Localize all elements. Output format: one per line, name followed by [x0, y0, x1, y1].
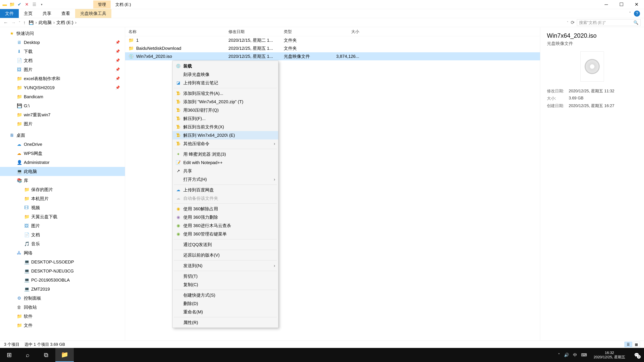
view-icons-button[interactable]: ▦: [632, 342, 640, 347]
ctx-cut[interactable]: 剪切(T): [172, 272, 278, 280]
ctx-extract-here[interactable]: 🗜解压到当前文件夹(X): [172, 123, 278, 131]
back-button[interactable]: ←: [3, 20, 8, 25]
ribbon-view[interactable]: 查看: [56, 9, 75, 18]
ctx-qq-send[interactable]: 通过QQ发送到: [172, 240, 278, 249]
chevron-down-icon[interactable]: ˅: [11, 133, 12, 137]
ctx-360-trojan[interactable]: ◉使用 360进行木马云查杀: [172, 221, 278, 230]
nav-yunqishi[interactable]: 📁YUNQISHI2019📌: [0, 83, 125, 92]
tab-manage[interactable]: 管理: [93, 0, 111, 8]
ime-indicator[interactable]: 中: [573, 352, 577, 358]
help-icon[interactable]: ?: [634, 10, 640, 16]
nav-saved-pics[interactable]: 📁保存的图片: [0, 185, 125, 194]
chevron-right-icon[interactable]: ›: [36, 20, 37, 25]
nav-pc1[interactable]: 💻DESKTOP-LSSOEDP: [0, 257, 125, 267]
check-icon[interactable]: ✔: [17, 2, 22, 7]
col-size[interactable]: 大小: [327, 29, 362, 34]
refresh-button[interactable]: ⟳: [571, 20, 574, 25]
task-view-button[interactable]: ⧉: [37, 348, 55, 362]
nav-recycle[interactable]: 🗑回收站: [0, 303, 125, 312]
ctx-copy[interactable]: 复制(C): [172, 280, 278, 289]
recent-dropdown[interactable]: ˅: [19, 21, 20, 24]
ctx-extract-to[interactable]: 🗜解压到(F)...: [172, 114, 278, 123]
ctx-360-rclick[interactable]: ◉使用 360管理右键菜单: [172, 230, 278, 238]
col-type[interactable]: 类型: [280, 29, 327, 34]
nav-documents[interactable]: 📄文档📌: [0, 56, 125, 65]
address-dropdown[interactable]: ˅: [567, 21, 568, 24]
action-center-button[interactable]: 💬3: [632, 350, 641, 360]
ctx-restore-prev[interactable]: 还原以前的版本(V): [172, 251, 278, 259]
minimize-button[interactable]: ─: [599, 0, 614, 9]
nav-files[interactable]: 📁文件: [0, 321, 125, 330]
ime-status-icon[interactable]: ⌨: [581, 353, 587, 357]
close-red-icon[interactable]: ✕: [24, 2, 30, 7]
search-input[interactable]: 搜索"文档 (E:)" 🔍: [577, 19, 641, 26]
ctx-delete[interactable]: 删除(D): [172, 299, 278, 308]
nav-pc3[interactable]: 💻PC-20190530OBLA: [0, 276, 125, 285]
ctx-add-archive[interactable]: 🗜添加到压缩文件(A)...: [172, 89, 278, 97]
chevron-right-icon[interactable]: ›: [53, 20, 55, 25]
ctx-extract-named[interactable]: 🗜解压到 Win7x64_2020\ (E): [172, 131, 278, 139]
nav-downloads[interactable]: ⬇下载📌: [0, 47, 125, 56]
list-item[interactable]: 📁1 2020/12/15, 星期二 1... 文件夹: [125, 36, 540, 44]
ctx-baidu-upload[interactable]: ☁上传到百度网盘: [172, 186, 278, 194]
ribbon-disc-tool[interactable]: 光盘映像工具: [75, 9, 111, 18]
nav-docs-lib[interactable]: 📄文档: [0, 230, 125, 239]
nav-pc4[interactable]: 💻ZMT2019: [0, 285, 125, 294]
ctx-open-with[interactable]: 打开方式(H)›: [172, 175, 278, 184]
nav-local-photos[interactable]: 📁本机照片: [0, 194, 125, 203]
col-date[interactable]: 修改日期: [225, 29, 280, 34]
close-button[interactable]: ✕: [629, 0, 644, 9]
ctx-notepad[interactable]: 📝Edit with Notepad++: [172, 158, 278, 167]
nav-videos[interactable]: 🎞视频: [0, 203, 125, 212]
ctx-other-compress[interactable]: 🗜其他压缩命令›: [172, 139, 278, 148]
ribbon-file[interactable]: 文件: [0, 9, 19, 18]
nav-onedrive[interactable]: ☁OneDrive: [0, 140, 125, 149]
nav-admin[interactable]: 👤Administrator: [0, 158, 125, 167]
ctx-mount[interactable]: 💿装载: [172, 62, 278, 70]
ctx-send-to[interactable]: 发送到(N)›: [172, 261, 278, 270]
col-name[interactable]: 名称: [125, 29, 225, 34]
nav-control-panel[interactable]: ⚙控制面板: [0, 294, 125, 303]
nav-desktop[interactable]: 🖥Desktop📌: [0, 38, 125, 47]
nav-desktop-section[interactable]: ˅🖥桌面: [0, 131, 125, 140]
clock[interactable]: 16:32 2020/12/25, 星期五: [591, 351, 628, 360]
forward-button[interactable]: →: [11, 20, 16, 25]
breadcrumb-this-pc[interactable]: 此电脑: [38, 19, 52, 25]
up-button[interactable]: ↑: [23, 20, 26, 25]
nav-pictures[interactable]: 🖼图片📌: [0, 65, 125, 74]
ctx-burn[interactable]: 刻录光盘映像: [172, 70, 278, 79]
maximize-button[interactable]: ☐: [614, 0, 629, 9]
ribbon-home[interactable]: 主页: [19, 9, 38, 18]
breadcrumb-drive[interactable]: 文档 (E:): [56, 19, 73, 25]
list-item[interactable]: 💿Win7x64_2020.iso 2020/12/25, 星期五 1... 光…: [125, 52, 540, 60]
nav-pictures2[interactable]: 📁图片: [0, 119, 125, 128]
ctx-shortcut[interactable]: 创建快捷方式(S): [172, 291, 278, 299]
qat-dropdown-icon[interactable]: ▾: [39, 2, 44, 7]
explorer-taskbar-button[interactable]: 📁: [55, 348, 74, 362]
ctx-360-force-del[interactable]: ◉使用 360强力删除: [172, 213, 278, 221]
volume-icon[interactable]: 🔊: [564, 353, 569, 357]
nav-this-pc[interactable]: 💻此电脑: [0, 167, 125, 176]
folder-icon[interactable]: 📁: [10, 2, 15, 7]
nav-music[interactable]: 🎵音乐: [0, 239, 125, 248]
props-icon[interactable]: ☰: [32, 2, 37, 7]
tray-overflow-icon[interactable]: ˄: [558, 353, 560, 357]
nav-excel[interactable]: 📁excel表格制作求和📌: [0, 74, 125, 83]
nav-gdrive[interactable]: 💾G:\: [0, 101, 125, 110]
ctx-360-unlock[interactable]: ◉使用 360解除占用: [172, 205, 278, 213]
nav-win7reinstall[interactable]: 📁win7重装win7: [0, 110, 125, 119]
search-button[interactable]: ⌕: [18, 348, 37, 362]
nav-software[interactable]: 📁软件: [0, 312, 125, 321]
nav-quick-access[interactable]: ★快速访问: [0, 29, 125, 38]
start-button[interactable]: ⊞: [0, 348, 18, 362]
breadcrumb[interactable]: 💾 › 此电脑 › 文档 (E:) ›: [29, 19, 564, 25]
ribbon-collapse-icon[interactable]: ˅: [629, 11, 631, 16]
chevron-right-icon[interactable]: ›: [75, 20, 76, 25]
list-item[interactable]: 📁BaiduNetdiskDownload 2020/12/25, 星期五 1.…: [125, 44, 540, 52]
view-details-button[interactable]: ☰: [624, 342, 632, 347]
nav-library[interactable]: 📚库: [0, 176, 125, 185]
ctx-open-360[interactable]: 🗜用360压缩打开(Q): [172, 106, 278, 114]
nav-pictures-lib[interactable]: 🖼图片: [0, 221, 125, 230]
ctx-share[interactable]: ↗共享: [172, 167, 278, 175]
ctx-youdao[interactable]: ◪上传到有道云笔记: [172, 79, 278, 87]
